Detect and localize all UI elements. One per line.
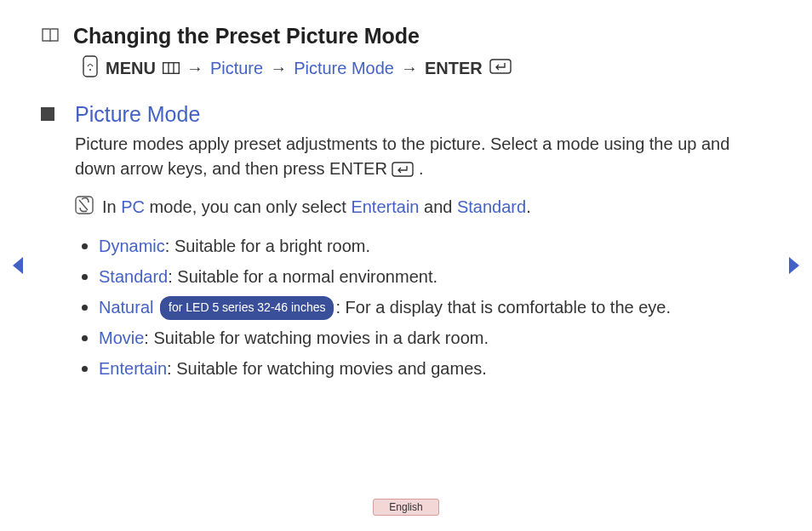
list-item: Natural for LED 5 series 32-46 inches: F… (99, 291, 771, 322)
remote-icon (82, 55, 99, 82)
mode-name: Movie (99, 328, 144, 347)
mode-name: Natural (99, 298, 153, 317)
section-heading: Picture Mode (75, 102, 771, 127)
mode-list: Dynamic: Suitable for a bright room. Sta… (75, 230, 771, 383)
series-badge: for LED 5 series 32-46 inches (160, 296, 334, 320)
nav-picture-mode: Picture Mode (294, 59, 394, 78)
language-badge: English (373, 499, 438, 516)
mode-name: Standard (99, 267, 168, 286)
previous-page-button[interactable] (10, 255, 26, 279)
mode-desc: : Suitable for a bright room. (165, 237, 370, 255)
note-pc: PC (121, 197, 145, 216)
svg-point-1 (89, 69, 91, 71)
svg-rect-6 (392, 163, 413, 176)
note-pre: In (102, 197, 121, 216)
enter-icon (489, 59, 512, 78)
note-mid: mode, you can only select (145, 197, 351, 216)
sep-arrow: → (186, 59, 203, 78)
note-end: . (526, 197, 531, 216)
note: In PC mode, you can only select Entertai… (75, 196, 771, 218)
breadcrumb: MENU → Picture → Picture Mode → ENTER (82, 55, 771, 82)
svg-rect-0 (83, 56, 97, 77)
enter-label: ENTER (425, 59, 483, 78)
svg-rect-2 (163, 63, 180, 74)
mode-name: Entertain (99, 359, 167, 378)
mode-name: Dynamic (99, 237, 165, 255)
mode-desc: : Suitable for watching movies and games… (167, 359, 487, 378)
section-bullet-icon (41, 107, 54, 121)
mode-desc: : Suitable for a normal environment. (168, 267, 437, 286)
note-and: and (419, 197, 456, 216)
desc-enter: ENTER (329, 159, 387, 178)
svg-rect-5 (490, 60, 511, 73)
note-icon (75, 196, 94, 218)
section-description: Picture modes apply preset adjustments t… (75, 132, 771, 184)
page-title: Changing the Preset Picture Mode (73, 24, 420, 49)
note-standard: Standard (457, 197, 526, 216)
book-icon (41, 27, 60, 48)
list-item: Movie: Suitable for watching movies in a… (99, 322, 771, 352)
mode-desc: : Suitable for watching movies in a dark… (144, 328, 489, 347)
sep-arrow: → (270, 59, 287, 78)
menu-icon (163, 59, 180, 78)
sep-arrow: → (401, 59, 418, 78)
desc-post: . (419, 159, 424, 178)
enter-icon (392, 162, 419, 180)
note-entertain: Entertain (351, 197, 419, 216)
list-item: Dynamic: Suitable for a bright room. (99, 230, 771, 260)
menu-label: MENU (106, 59, 156, 78)
nav-picture: Picture (210, 59, 263, 78)
next-page-button[interactable] (786, 255, 802, 279)
list-item: Standard: Suitable for a normal environm… (99, 260, 771, 291)
mode-desc: : For a display that is comfortable to t… (335, 298, 671, 317)
list-item: Entertain: Suitable for watching movies … (99, 352, 771, 383)
